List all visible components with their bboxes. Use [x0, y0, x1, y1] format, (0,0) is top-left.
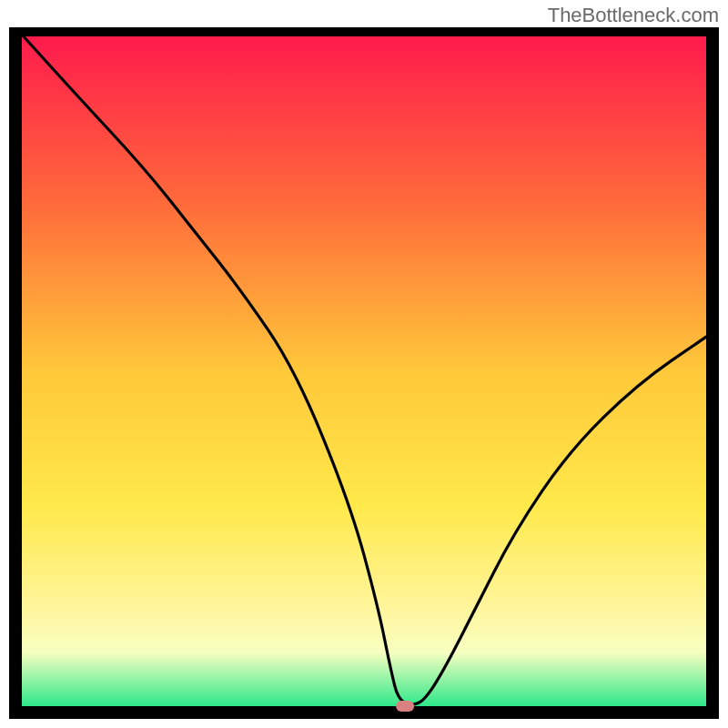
- chart-svg: [9, 27, 719, 719]
- watermark-text: TheBottleneck.com: [548, 4, 719, 27]
- svg-rect-2: [396, 701, 414, 712]
- svg-rect-0: [22, 35, 706, 706]
- chart-plot-area: [9, 27, 719, 719]
- chart-container: TheBottleneck.com: [0, 0, 728, 728]
